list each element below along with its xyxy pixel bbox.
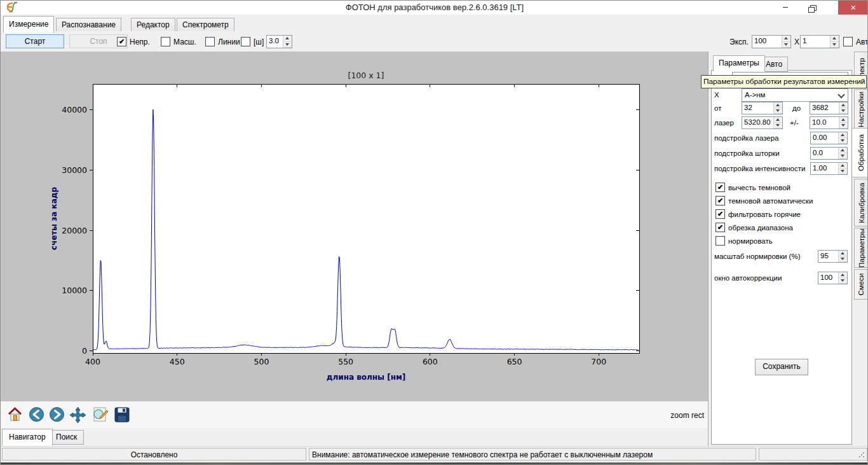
plusminus-spinner[interactable]: 10.0	[810, 116, 848, 129]
tab-parametry[interactable]: Параметры	[713, 55, 765, 72]
tab-raspoznavanie[interactable]: Распознавание	[56, 18, 121, 32]
main-tab-bar: Измерение Распознавание Редактор Спектро…	[1, 15, 868, 32]
x-units-combobox[interactable]: А->нм	[742, 88, 848, 102]
spinner-arrows[interactable]	[830, 36, 839, 48]
spinner-arrows[interactable]	[838, 272, 847, 284]
nav-mode-text: zoom rect	[670, 411, 704, 420]
spinner-arrows[interactable]	[839, 117, 848, 128]
tab-poisk[interactable]: Поиск	[49, 430, 84, 445]
back-icon[interactable]	[29, 406, 44, 422]
checkbox-box[interactable]	[241, 37, 250, 46]
checkbox-box[interactable]: ✔	[715, 223, 725, 232]
norm-scale-spinner[interactable]: 95	[818, 250, 848, 263]
plusminus-label: +/-	[790, 119, 799, 127]
svg-text:20000: 20000	[62, 226, 87, 235]
checkbox-auto[interactable]: Авто	[843, 37, 868, 46]
smooth-spinner[interactable]: 3.0	[266, 35, 292, 48]
close-button[interactable]: ×	[838, 1, 868, 15]
spinner-arrows[interactable]	[782, 36, 790, 48]
save-icon[interactable]	[114, 406, 130, 423]
checkbox-subtract-dark[interactable]: ✔ вычесть темновой	[715, 183, 790, 192]
spectrum-plot[interactable]: 4004505005506006507000100002000030000400…	[1, 52, 708, 401]
spinner-arrows[interactable]	[838, 148, 847, 159]
spinner-arrows[interactable]	[838, 163, 847, 174]
tab-izmerenie[interactable]: Измерение	[3, 16, 54, 33]
x-axis-label: X	[714, 91, 719, 99]
mult-spinner[interactable]: 1	[800, 35, 839, 48]
minimize-button[interactable]: –	[775, 1, 796, 15]
laser-label: лазер	[714, 119, 734, 127]
spinner-arrows[interactable]	[839, 102, 848, 114]
status-bar: Остановлено Внимание: автоматическое изм…	[1, 446, 868, 463]
side-tab-smesi[interactable]: Смеси	[854, 269, 868, 300]
right-panel: Параметры Авто X А->нм от 32 до 3682 лаз…	[708, 52, 868, 446]
save-button[interactable]: Сохранить	[755, 359, 808, 375]
checkbox-box[interactable]: ✔	[715, 183, 725, 192]
checkbox-sh[interactable]: [ш]	[241, 37, 264, 46]
checkbox-box[interactable]: ✔	[715, 209, 725, 219]
svg-text:счеты за кадр: счеты за кадр	[50, 186, 58, 250]
app-window: ФОТОН для разработчиков вер.2.6.0.3619 […	[0, 0, 868, 465]
tab-navigator[interactable]: Навигатор	[2, 429, 53, 446]
start-button[interactable]: Старт	[6, 34, 64, 48]
spectrum-chart[interactable]: 4004505005506006507000100002000030000400…	[1, 52, 708, 401]
measurement-toolbar: Старт Стоп ✔ Непр. Масш. Линии [ш] 3.0 Э…	[1, 31, 868, 52]
bottom-tab-bar: Навигатор Поиск	[1, 428, 708, 447]
checkbox-box[interactable]	[161, 37, 170, 46]
spinner-arrows[interactable]	[773, 117, 782, 128]
status-warning: Внимание: автоматическое измерение темно…	[309, 448, 756, 461]
svg-text:600: 600	[423, 357, 438, 366]
restore-button[interactable]	[801, 1, 823, 15]
checkbox-filter-hot[interactable]: ✔ фильтровать горячие	[715, 209, 801, 219]
laser-spinner[interactable]: 5320.80	[742, 116, 783, 129]
edit-curves-icon[interactable]	[92, 406, 109, 423]
checkbox-box[interactable]: ✔	[117, 37, 126, 46]
intensity-adjust-label: подстройка интенсивности	[714, 165, 805, 172]
checkbox-massh[interactable]: Масш.	[161, 37, 196, 46]
title-bar: ФОТОН для разработчиков вер.2.6.0.3619 […	[1, 1, 868, 15]
checkbox-dark-auto[interactable]: ✔ темновой автоматически	[715, 196, 813, 205]
side-tab-kalibrovka[interactable]: Калибровка	[854, 179, 868, 226]
forward-icon[interactable]	[49, 406, 65, 422]
exposure-label: Эксп.	[729, 38, 749, 46]
autocorr-label: окно автокоррекции	[714, 274, 782, 282]
pan-icon[interactable]	[69, 406, 86, 424]
home-icon[interactable]	[7, 406, 23, 422]
side-tab-nastroyki[interactable]: Настройки	[854, 89, 868, 129]
checkbox-box[interactable]	[843, 37, 853, 46]
svg-text:30000: 30000	[62, 165, 87, 175]
intensity-adjust-spinner[interactable]: 1.00	[810, 162, 848, 175]
status-state: Остановлено	[2, 448, 306, 461]
from-label: от	[714, 104, 721, 112]
svg-text:650: 650	[507, 357, 522, 366]
svg-text:длина волны [нм]: длина волны [нм]	[327, 373, 405, 382]
checkbox-box[interactable]: ✔	[715, 196, 725, 205]
autocorr-spinner[interactable]: 100	[818, 272, 848, 284]
svg-text:40000: 40000	[62, 105, 87, 115]
shutter-adjust-label: подстройка шторки	[714, 149, 780, 157]
mult-label: X	[794, 38, 799, 46]
checkbox-box[interactable]	[205, 37, 215, 46]
checkbox-crop-range[interactable]: ✔ обрезка диапазона	[715, 223, 793, 232]
to-spinner[interactable]: 3682	[810, 102, 848, 115]
spinner-arrows[interactable]	[283, 36, 292, 48]
side-tab-obrabotka[interactable]: Обработка	[852, 128, 868, 177]
side-tab-parametry[interactable]: Параметры	[854, 228, 868, 268]
checkbox-linii[interactable]: Линии	[205, 37, 240, 46]
shutter-adjust-spinner[interactable]: 0.0	[810, 147, 848, 160]
tooltip: Параметры обработки результатов измерени…	[701, 75, 867, 88]
svg-text:550: 550	[338, 357, 353, 366]
checkbox-normalize[interactable]: нормировать	[715, 236, 773, 246]
from-spinner[interactable]: 32	[742, 102, 783, 115]
checkbox-nepr[interactable]: ✔ Непр.	[117, 37, 150, 46]
svg-text:400: 400	[85, 357, 100, 366]
spinner-arrows[interactable]	[838, 251, 847, 262]
tab-spektrometr[interactable]: Спектрометр	[177, 18, 234, 32]
laser-adjust-spinner[interactable]: 0.00	[810, 132, 848, 144]
checkbox-box[interactable]	[715, 236, 725, 246]
exposure-spinner[interactable]: 100	[752, 35, 791, 48]
resize-grip-icon[interactable]	[858, 452, 865, 458]
spinner-arrows[interactable]	[838, 132, 847, 144]
spinner-arrows[interactable]	[773, 102, 782, 114]
tab-redaktor[interactable]: Редактор	[131, 18, 175, 32]
